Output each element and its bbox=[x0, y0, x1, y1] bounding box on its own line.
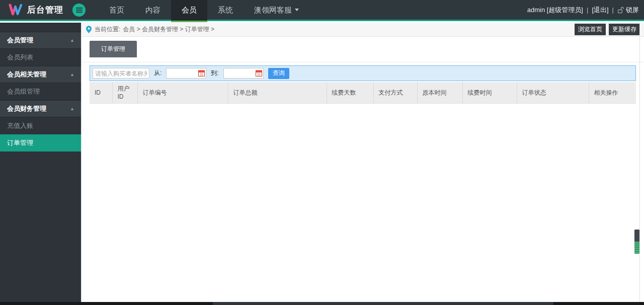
column-header-original-time: 原本时间 bbox=[417, 82, 462, 103]
sidebar-group-member-related[interactable]: 会员相关管理 ▲ bbox=[0, 66, 81, 83]
side-widget-stripes-top bbox=[634, 230, 639, 242]
breadcrumb-bar: 当前位置: 会员 > 会员财务管理 > 订单管理 > 浏览首页 更新缓存 bbox=[82, 23, 644, 37]
to-date-wrap: 31 bbox=[223, 68, 264, 79]
sidebar-group-member-management[interactable]: 会员管理 ▲ bbox=[0, 32, 81, 49]
nav-item-service-label: 澳领网客服 bbox=[254, 0, 292, 21]
tab-order-management[interactable]: 订单管理 bbox=[90, 41, 137, 57]
sidebar-item-order-management[interactable]: 订单管理 bbox=[0, 134, 81, 151]
column-header-user-id: 用户ID bbox=[112, 82, 137, 103]
from-label: 从: bbox=[154, 69, 162, 78]
tabs-row: 订单管理 bbox=[82, 37, 644, 62]
buyer-keyword-input[interactable] bbox=[93, 68, 149, 79]
calendar-icon[interactable]: 31 bbox=[198, 70, 205, 78]
column-header-payment-method: 支付方式 bbox=[373, 82, 417, 103]
app-title: 后台管理 bbox=[27, 4, 63, 16]
calendar-day-number: 31 bbox=[200, 72, 204, 76]
sidebar-group-label: 会员财务管理 bbox=[7, 100, 46, 117]
lock-screen-label: 锁屏 bbox=[626, 6, 639, 15]
sidebar-item-member-group[interactable]: 会员组管理 bbox=[0, 83, 81, 100]
separator: | bbox=[587, 6, 588, 14]
browse-homepage-button[interactable]: 浏览首页 bbox=[575, 24, 606, 35]
sidebar-item-recharge[interactable]: 充值入账 bbox=[0, 117, 81, 134]
column-header-order-number: 订单编号 bbox=[137, 82, 228, 103]
sidebar-group-member-finance[interactable]: 会员财务管理 ▲ bbox=[0, 100, 81, 117]
location-pin-icon bbox=[86, 26, 92, 33]
dropdown-caret-icon bbox=[295, 9, 299, 11]
main-content: 当前位置: 会员 > 会员财务管理 > 订单管理 > 浏览首页 更新缓存 订单管… bbox=[81, 23, 644, 305]
column-header-renewal-time: 续费时间 bbox=[462, 82, 517, 103]
calendar-icon[interactable]: 31 bbox=[256, 70, 262, 78]
horizontal-scrollbar[interactable] bbox=[0, 302, 644, 305]
top-menu: 首页 内容 会员 系统 澳领网客服 bbox=[99, 0, 309, 21]
filter-bar: 从: 31 到: 31 bbox=[90, 65, 636, 81]
content-inner: 从: 31 到: 31 bbox=[90, 65, 636, 104]
column-header-renewal-days: 续费天数 bbox=[327, 82, 373, 103]
sidebar-toggle-button[interactable] bbox=[72, 4, 86, 17]
search-button[interactable]: 查询 bbox=[268, 68, 289, 79]
breadcrumb-path: 会员 > 会员财务管理 > 订单管理 > bbox=[123, 25, 214, 34]
sidebar: 会员管理 ▲ 会员列表 会员相关管理 ▲ 会员组管理 会员财务管理 ▲ 充值入账… bbox=[0, 23, 81, 305]
calendar-day-number: 31 bbox=[257, 72, 261, 76]
nav-item-content[interactable]: 内容 bbox=[135, 0, 171, 21]
side-widget-stripes-bottom bbox=[634, 242, 639, 254]
sidebar-item-member-list[interactable]: 会员列表 bbox=[0, 49, 81, 66]
collapse-arrow-icon: ▲ bbox=[70, 32, 74, 49]
table-header-row: ID 用户ID 订单编号 订单总额 续费天数 支付方式 原本时间 续费时间 订单… bbox=[90, 82, 636, 103]
from-date-wrap: 31 bbox=[166, 68, 206, 79]
top-navbar: 后台管理 首页 内容 会员 系统 澳领网客服 admin [超级管理员] | [… bbox=[0, 0, 644, 21]
horizontal-scrollbar-thumb[interactable] bbox=[213, 302, 553, 305]
vertical-scrollbar-track[interactable] bbox=[639, 23, 640, 302]
side-widget-toggle[interactable] bbox=[634, 230, 639, 254]
user-area: admin [超级管理员] | [退出] | 锁屏 bbox=[527, 6, 644, 15]
collapse-arrow-icon: ▲ bbox=[70, 100, 74, 117]
logo: 后台管理 bbox=[0, 4, 63, 16]
user-name: admin [超级管理员] bbox=[527, 6, 583, 15]
lock-screen-link[interactable]: 锁屏 bbox=[617, 6, 639, 15]
nav-item-service-dropdown[interactable]: 澳领网客服 bbox=[244, 0, 309, 21]
separator: | bbox=[612, 6, 614, 14]
breadcrumb-prefix: 当前位置: bbox=[95, 25, 120, 34]
logout-link[interactable]: [退出] bbox=[592, 6, 608, 15]
column-header-actions: 相关操作 bbox=[589, 82, 636, 103]
to-label: 到: bbox=[211, 69, 218, 78]
nav-item-system[interactable]: 系统 bbox=[207, 0, 244, 21]
sidebar-group-label: 会员相关管理 bbox=[7, 66, 46, 83]
column-header-order-status: 订单状态 bbox=[517, 82, 589, 103]
refresh-cache-button[interactable]: 更新缓存 bbox=[609, 24, 640, 35]
hamburger-icon bbox=[76, 8, 83, 9]
unlock-icon bbox=[617, 7, 624, 14]
logo-w-icon bbox=[8, 4, 23, 16]
sidebar-group-label: 会员管理 bbox=[7, 32, 33, 49]
column-header-id: ID bbox=[90, 82, 112, 103]
nav-item-member[interactable]: 会员 bbox=[171, 0, 207, 21]
nav-item-home[interactable]: 首页 bbox=[99, 0, 135, 21]
orders-table: ID 用户ID 订单编号 订单总额 续费天数 支付方式 原本时间 续费时间 订单… bbox=[90, 82, 636, 104]
breadcrumb-actions: 浏览首页 更新缓存 bbox=[575, 24, 640, 35]
column-header-order-total: 订单总额 bbox=[228, 82, 327, 103]
collapse-arrow-icon: ▲ bbox=[70, 66, 74, 83]
